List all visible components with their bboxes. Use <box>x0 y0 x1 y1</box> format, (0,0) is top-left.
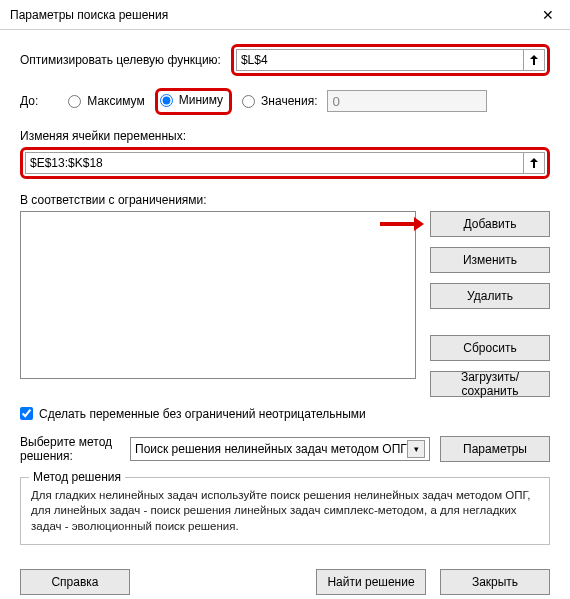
chevron-down-icon: ▾ <box>407 440 425 458</box>
groupbox-title: Метод решения <box>29 470 125 484</box>
close-icon[interactable]: ✕ <box>526 0 570 30</box>
constraint-buttons: Добавить Изменить Удалить Сбросить Загру… <box>430 211 550 397</box>
solve-button[interactable]: Найти решение <box>316 569 426 595</box>
nonnegative-label: Сделать переменные без ограничений неотр… <box>39 407 366 421</box>
footer: Справка Найти решение Закрыть <box>0 569 570 599</box>
radio-value[interactable]: Значения: <box>242 94 317 108</box>
close-button[interactable]: Закрыть <box>440 569 550 595</box>
radio-min[interactable]: Миниму <box>160 93 223 107</box>
add-button[interactable]: Добавить <box>430 211 550 237</box>
objective-highlight <box>231 44 550 76</box>
radio-value-input[interactable] <box>242 95 255 108</box>
varcells-ref-icon[interactable] <box>523 152 545 174</box>
groupbox-text: Для гладких нелинейных задач используйте… <box>31 488 539 535</box>
title-bar: Параметры поиска решения ✕ <box>0 0 570 30</box>
nonnegative-checkbox[interactable] <box>20 407 33 420</box>
radio-max-input[interactable] <box>68 95 81 108</box>
method-label: Выберите метод решения: <box>20 435 120 463</box>
change-button[interactable]: Изменить <box>430 247 550 273</box>
params-button[interactable]: Параметры <box>440 436 550 462</box>
window-title: Параметры поиска решения <box>10 8 168 22</box>
constraints-label: В соответствии с ограничениями: <box>20 193 550 207</box>
radio-max-label: Максимум <box>87 94 144 108</box>
varcells-input[interactable] <box>25 152 524 174</box>
objective-input[interactable] <box>236 49 524 71</box>
objective-ref-icon[interactable] <box>523 49 545 71</box>
radio-min-input[interactable] <box>160 94 173 107</box>
method-selected: Поиск решения нелинейных задач методом О… <box>135 442 407 456</box>
help-button[interactable]: Справка <box>20 569 130 595</box>
nonnegative-check[interactable]: Сделать переменные без ограничений неотр… <box>20 407 550 421</box>
varcells-highlight <box>20 147 550 179</box>
radio-max[interactable]: Максимум <box>68 94 144 108</box>
radio-min-highlight: Миниму <box>155 88 232 115</box>
radio-min-label: Миниму <box>179 93 223 107</box>
dialog-content: Оптимизировать целевую функцию: До: Макс… <box>0 30 570 569</box>
objective-label: Оптимизировать целевую функцию: <box>20 53 221 67</box>
to-label: До: <box>20 94 38 108</box>
reset-button[interactable]: Сбросить <box>430 335 550 361</box>
value-input <box>327 90 487 112</box>
delete-button[interactable]: Удалить <box>430 283 550 309</box>
radio-value-label: Значения: <box>261 94 317 108</box>
method-select[interactable]: Поиск решения нелинейных задач методом О… <box>130 437 430 461</box>
loadsave-button[interactable]: Загрузить/сохранить <box>430 371 550 397</box>
varcells-label: Изменяя ячейки переменных: <box>20 129 550 143</box>
method-groupbox: Метод решения Для гладких нелинейных зад… <box>20 477 550 546</box>
constraints-listbox[interactable] <box>20 211 416 379</box>
